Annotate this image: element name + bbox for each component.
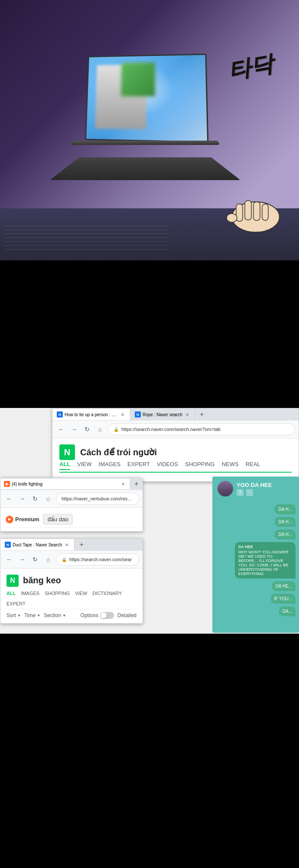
chat-icon-2[interactable]: ○ — [246, 489, 253, 496]
chat-bubble-3: DA H... — [275, 529, 296, 539]
browser-top: N How to tie up a person : Naver ✕ N Rop… — [52, 408, 299, 482]
laptop-base — [70, 141, 221, 145]
back-button[interactable]: ← — [56, 424, 66, 434]
chat-overlay: YOO DA HEE ☰ ○ DA H... DA H... DA H... D… — [212, 477, 299, 633]
browser-middle: ▶ (4) knife fighting ✕ + ← → ↻ ⌂ https:/… — [0, 477, 143, 532]
chat-bubble-1: DA H... — [275, 504, 296, 514]
bottom-nav-view[interactable]: VIEW — [75, 591, 87, 596]
premium-label: Premium — [15, 516, 39, 523]
home-button-bottom[interactable]: ⌂ — [43, 554, 53, 565]
chat-bubble-6: DA... — [279, 606, 296, 616]
tab-howtotieup[interactable]: N How to tie up a person : Naver ✕ — [52, 409, 130, 420]
address-bar-middle[interactable]: https://naver_nertubue.com/result/kni — [56, 493, 139, 505]
browser-bottom: N Duct Tape : Naver Search ✕ + ← → ↻ ⌂ 🔒… — [0, 538, 143, 624]
browser-tabs: N How to tie up a person : Naver ✕ N Rop… — [52, 408, 299, 421]
search-title-bottom: băng keo — [23, 575, 61, 585]
options-toggle: Options — [81, 612, 114, 619]
nav-expert[interactable]: EXPERT — [127, 461, 150, 470]
tab-title-1: How to tie up a person : Naver — [65, 412, 118, 417]
browser-middle-tabs: ▶ (4) knife fighting ✕ + — [0, 478, 143, 490]
address-bar-bottom[interactable]: 🔒 https://search.naver.com/sear — [56, 553, 139, 566]
toggle-knob — [101, 612, 107, 618]
nav-news[interactable]: NEWS — [222, 461, 239, 470]
new-tab-button-middle[interactable]: + — [130, 478, 143, 490]
address-text-top: https://search.naver.com/search.naver?sm… — [121, 427, 221, 432]
chat-msg-row-1: DA H... — [216, 504, 296, 514]
section-chevron-icon: ▼ — [62, 614, 66, 618]
tab-favicon-knife: ▶ — [4, 481, 10, 487]
home-button-middle[interactable]: ⌂ — [43, 493, 53, 504]
nav-videos[interactable]: VIDEOS — [157, 461, 178, 470]
tab-title-knife: (4) knife fighting — [12, 482, 118, 487]
new-tab-button-bottom[interactable]: + — [75, 539, 88, 551]
tab-close-1[interactable]: ✕ — [120, 411, 126, 418]
refresh-button-bottom[interactable]: ↻ — [30, 554, 40, 565]
chat-header: YOO DA HEE ☰ ○ — [212, 477, 299, 501]
chat-icon-1[interactable]: ☰ — [237, 489, 244, 496]
browser-middle-content: ▶ Premium đấu dao — [0, 508, 143, 531]
tab-favicon-1: N — [57, 411, 63, 418]
svg-point-5 — [227, 214, 237, 222]
chat-user-info: YOO DA HEE ☰ ○ — [237, 482, 272, 496]
premium-play-icon: ▶ — [6, 516, 13, 523]
chat-msg-row-6: DA... — [216, 606, 296, 616]
section-filter[interactable]: Section ▼ — [44, 612, 66, 618]
bottom-nav-expert[interactable]: EXPERT — [6, 601, 26, 606]
laptop — [58, 54, 240, 193]
time-filter[interactable]: Time ▼ — [24, 612, 40, 618]
nav-images[interactable]: IMAGES — [99, 461, 121, 470]
options-label: Options — [81, 612, 98, 618]
tab-rope[interactable]: N Rope : Naver search ✕ — [130, 409, 195, 420]
chat-msg-row-2: DA H... — [216, 517, 296, 527]
avatar-image — [218, 481, 233, 496]
tab-close-knife[interactable]: ✕ — [120, 481, 126, 487]
tab-knife-fighting[interactable]: ▶ (4) knife fighting ✕ — [0, 479, 130, 489]
browser-bottom-content: N băng keo ALL IMAGES SHOPPING VIEW DICT… — [0, 569, 143, 623]
bottom-nav: ALL IMAGES SHOPPING VIEW DICTIONARY EXPE… — [6, 591, 136, 606]
forward-button-middle[interactable]: → — [17, 493, 27, 504]
chat-bubble-special-name: DA HEE — [238, 545, 292, 549]
chat-messages: DA H... DA H... DA H... DA HEE WHY WON'T… — [212, 501, 299, 620]
bottom-nav-all[interactable]: ALL — [6, 591, 16, 596]
browser-toolbar-top: ← → ↻ ⌂ 🔒 https://search.naver.com/searc… — [52, 421, 299, 438]
bottom-black-panel — [0, 634, 299, 694]
search-badge-knife: đấu dao — [43, 514, 73, 525]
chat-msg-row-special: DA HEE WHY WON'T YOU ANSWER ME? WE USED … — [216, 542, 296, 579]
nav-real[interactable]: REAL — [246, 461, 260, 470]
naver-search-title: Cách để trói người — [80, 447, 157, 457]
manga-panel-1: 타닥 — [0, 0, 299, 260]
lock-icon-bottom: 🔒 — [62, 557, 67, 562]
premium-logo: ▶ Premium — [6, 516, 39, 523]
nav-shopping[interactable]: SHOPPING — [185, 461, 215, 470]
address-text-bottom: https://search.naver.com/sear — [69, 557, 132, 562]
bottom-nav-dictionary[interactable]: DICTIONARY — [92, 591, 122, 596]
nav-view[interactable]: VIEW — [77, 461, 91, 470]
bottom-nav-images[interactable]: IMAGES — [21, 591, 39, 596]
bottom-nav-shopping[interactable]: SHOPPING — [45, 591, 70, 596]
nav-all[interactable]: ALL — [59, 461, 70, 470]
home-button[interactable]: ⌂ — [95, 424, 105, 434]
sort-button[interactable]: Sort ▼ — [6, 612, 21, 618]
hand — [225, 191, 286, 234]
tab-close-duct[interactable]: ✕ — [64, 542, 70, 548]
chat-msg-row-3: DA H... — [216, 529, 296, 539]
tab-duct-tape[interactable]: N Duct Tape : Naver Search ✕ — [0, 539, 75, 550]
tab-close-2[interactable]: ✕ — [184, 411, 190, 418]
refresh-button[interactable]: ↻ — [82, 424, 92, 434]
chat-bubble-special: DA HEE WHY WON'T YOU ANSWER ME? WE USED … — [235, 542, 296, 579]
back-button-bottom[interactable]: ← — [4, 554, 14, 565]
tab-title-2: Rope : Naver search — [143, 412, 182, 417]
forward-button[interactable]: → — [69, 424, 79, 434]
toggle-switch[interactable] — [100, 612, 114, 619]
refresh-button-middle[interactable]: ↻ — [30, 493, 40, 504]
new-tab-button[interactable]: + — [196, 408, 208, 421]
back-button-middle[interactable]: ← — [4, 493, 14, 504]
browser-toolbar-middle: ← → ↻ ⌂ https://naver_nertubue.com/resul… — [0, 490, 143, 508]
chat-msg-row-4: DA HE... — [216, 581, 296, 591]
address-bar-top[interactable]: 🔒 https://search.naver.com/search.naver?… — [108, 423, 295, 435]
laptop-screen — [85, 53, 208, 143]
forward-button-bottom[interactable]: → — [17, 554, 27, 565]
chat-avatar — [218, 481, 233, 496]
sort-bar: Sort ▼ Time ▼ Section ▼ Options De — [6, 609, 136, 619]
laptop-keyboard — [50, 158, 240, 180]
